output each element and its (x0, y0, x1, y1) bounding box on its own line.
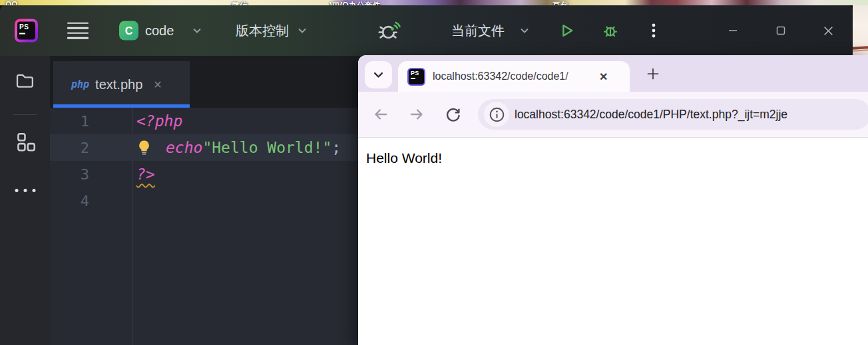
minimize-button[interactable] (725, 23, 741, 39)
new-tab-button[interactable] (640, 60, 666, 87)
structure-icon[interactable] (13, 130, 37, 154)
back-button[interactable] (371, 105, 390, 124)
tool-window-stripe (0, 56, 50, 345)
stripe-divider (13, 114, 37, 115)
semicolon: ; (331, 139, 341, 156)
site-info-icon[interactable] (484, 102, 509, 127)
browser-tab-title: localhost:63342/code/code1/ (433, 70, 594, 82)
editor-tab-text-php[interactable]: php text.php ✕ (53, 61, 190, 108)
editor-tab-label: text.php (95, 77, 142, 92)
project-widget[interactable]: code (145, 23, 174, 39)
wallpaper-detail (853, 49, 868, 52)
forward-button[interactable] (407, 105, 426, 124)
close-button[interactable] (820, 23, 836, 39)
php-debug-listener-icon[interactable] (375, 17, 402, 44)
editor-tabbar: php text.php ✕ (50, 56, 358, 108)
project-initial: C (125, 25, 133, 37)
line-number: 3 (50, 166, 132, 183)
tab-close-icon[interactable]: ✕ (599, 70, 608, 83)
code-line-2: 2 echo"Hello World!"; (50, 134, 358, 161)
phpstorm-logo-icon: PS (15, 19, 38, 43)
code-line-4: 4 (50, 187, 358, 214)
run-configuration-widget[interactable]: 当前文件 (451, 22, 505, 40)
phpstorm-logo-text: PS (19, 23, 35, 31)
browser-window: PS localhost:63342/code/code1/ ✕ (358, 55, 868, 345)
code-line-1: 1 <?php (50, 108, 358, 134)
desktop-icon-label-doubao: 豆包 (552, 0, 568, 5)
desktop-wallpaper-right-sliver (853, 5, 868, 56)
line-number: 2 (50, 140, 132, 156)
tab-title-fade (563, 70, 594, 82)
screen: QQ 微信 VIVO办公套件 豆包 PS C code (0, 0, 868, 345)
line-number: 4 (50, 193, 132, 209)
chevron-down-icon[interactable] (297, 25, 308, 36)
intention-lightbulb-icon[interactable] (136, 139, 152, 156)
favicon-dash (411, 78, 415, 79)
desktop-wallpaper-strip: QQ 微信 VIVO办公套件 豆包 (0, 0, 868, 5)
maximize-button[interactable] (773, 23, 789, 39)
phpstorm-logo-dash (19, 33, 25, 35)
address-bar[interactable]: localhost:63342/code/code1/PHP/text.php?… (478, 99, 868, 130)
browser-page: Hello World! (358, 137, 868, 345)
editor-pane: php text.php ✕ 1 <?php 2 (50, 56, 358, 345)
tab-search-button[interactable] (365, 61, 392, 88)
php-close-tag: ?> (136, 166, 155, 183)
debug-button[interactable] (601, 21, 620, 40)
desktop-icon-label-wechat: 微信 (232, 0, 248, 5)
browser-tab[interactable]: PS localhost:63342/code/code1/ ✕ (398, 61, 630, 92)
browser-toolbar: localhost:63342/code/code1/PHP/text.php?… (358, 92, 868, 137)
string-literal: "Hello World!" (202, 139, 331, 156)
browser-tabstrip: PS localhost:63342/code/code1/ ✕ (358, 55, 868, 92)
vcs-widget[interactable]: 版本控制 (236, 22, 289, 40)
ide-titlebar: PS C code 版本控制 (0, 5, 853, 56)
line-number: 1 (50, 113, 132, 130)
code-line-3: 3 ?> (50, 161, 358, 187)
phpstorm-favicon: PS (407, 68, 425, 86)
php-open-tag: <?php (136, 112, 182, 130)
run-button[interactable] (558, 21, 576, 40)
more-actions-icon[interactable] (647, 21, 660, 40)
tab-close-icon[interactable]: ✕ (153, 78, 162, 91)
keyword-echo: echo (166, 139, 202, 156)
code-editor[interactable]: 1 <?php 2 echo"Hello World!"; (50, 108, 358, 345)
url-text[interactable]: localhost:63342/code/code1/PHP/text.php?… (515, 108, 787, 122)
desktop-icon-label-qq: QQ (5, 0, 18, 5)
phpstorm-logo-inner: PS (17, 22, 35, 40)
php-file-icon: php (71, 78, 89, 90)
main-menu-button[interactable] (67, 23, 89, 39)
project-icon[interactable]: C (119, 21, 138, 41)
reload-button[interactable] (444, 106, 462, 124)
favicon-text: PS (411, 70, 424, 76)
chevron-down-icon[interactable] (519, 25, 530, 36)
chevron-down-icon[interactable] (192, 25, 202, 36)
page-hello-world-text: Hello World! (366, 150, 442, 166)
project-folder-icon[interactable] (15, 70, 36, 92)
more-tool-windows-icon[interactable] (15, 189, 35, 192)
desktop-icon-label-vivo: VIVO办公套件 (329, 0, 381, 5)
